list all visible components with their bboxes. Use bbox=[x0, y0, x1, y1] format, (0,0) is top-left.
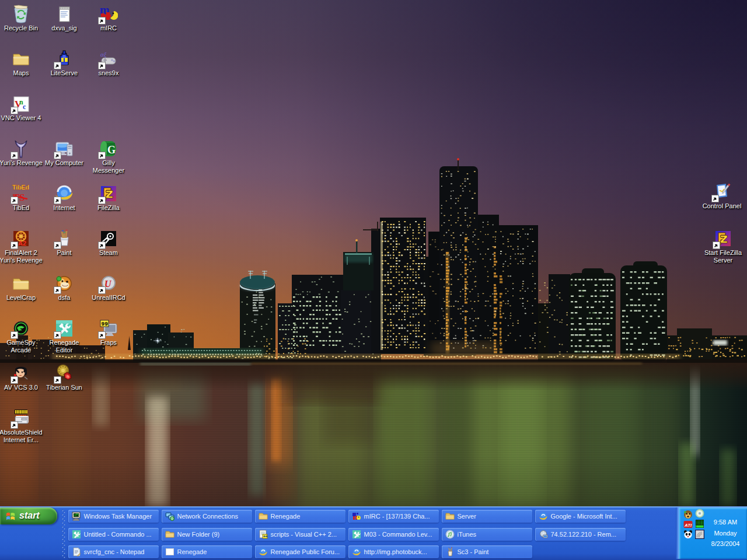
svg-text:c: c bbox=[23, 103, 26, 111]
svg-text:U: U bbox=[104, 279, 112, 289]
svg-text:G: G bbox=[107, 144, 116, 156]
svg-text:TibEd: TibEd bbox=[12, 184, 29, 191]
svg-text:A2: A2 bbox=[18, 240, 26, 247]
svg-text:αξ: αξ bbox=[100, 51, 107, 58]
svg-text:99: 99 bbox=[102, 321, 109, 327]
svg-text:++: ++ bbox=[263, 534, 268, 538]
svg-text:ATI: ATI bbox=[684, 523, 692, 528]
